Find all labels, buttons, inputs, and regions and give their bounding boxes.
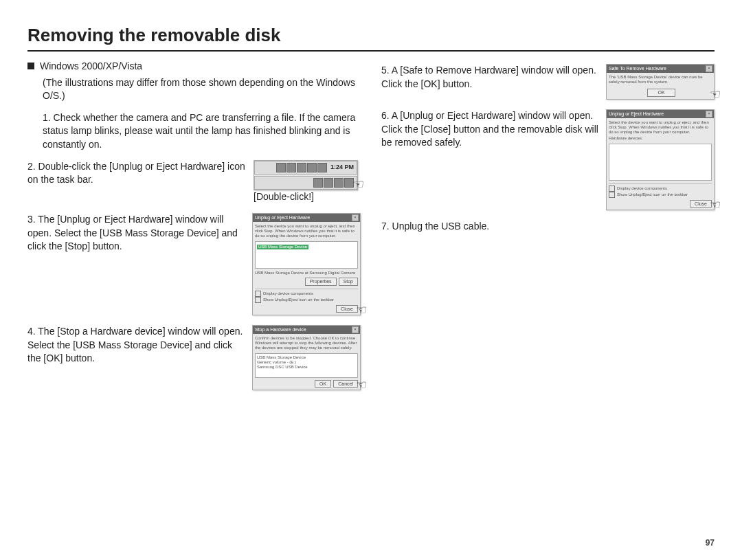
step-4: 4. The [Stop a Hardware device] window w… — [27, 325, 245, 366]
tray-icon — [276, 163, 286, 172]
device-item[interactable]: USB Mass Storage Device — [257, 355, 356, 360]
checkbox[interactable] — [609, 186, 615, 192]
dialog-safe-remove: Safe To Remove Hardware × The 'USB Mass … — [606, 64, 715, 100]
dialog-footer-text: USB Mass Storage Device at Samsung Digit… — [255, 271, 358, 276]
checkbox-label: Display device components — [263, 291, 313, 295]
tray-icon — [307, 163, 317, 172]
page-title: Removing the removable disk — [27, 25, 715, 52]
properties-button[interactable]: Properties — [305, 278, 337, 286]
taskbar-mock: 1:24 PM ☜ — [254, 160, 358, 190]
dialog-title: Unplug or Eject Hardware — [607, 110, 714, 118]
taskbar-caption: [Double-click!] — [254, 190, 361, 204]
close-icon[interactable]: × — [706, 65, 712, 72]
dialog-title: Stop a Hardware device — [253, 326, 360, 334]
device-item[interactable]: Samsung DSC USB Device — [257, 365, 356, 370]
close-icon[interactable]: × — [706, 111, 712, 117]
dialog-instructions: Select the device you want to unplug or … — [609, 120, 712, 135]
step-2: 2. Double-click the [Unplug or Eject Har… — [27, 160, 247, 187]
step-7: 7. Unplug the USB cable. — [381, 220, 715, 234]
left-column: Windows 2000/XP/Vista (The illustrations… — [27, 60, 361, 400]
taskbar-clock: 1:24 PM — [330, 163, 354, 172]
dialog-stop-hardware: Stop a Hardware device × Confirm devices… — [252, 325, 361, 390]
dialog-message: The 'USB Mass Storage Device' device can… — [609, 75, 712, 85]
right-column: 5. A [Safe to Remove Hardware] window wi… — [381, 60, 715, 400]
ok-button[interactable]: OK — [647, 89, 675, 97]
page-number: 97 — [706, 538, 715, 548]
hardware-devices-label: Hardware devices: — [609, 136, 712, 141]
dialog-title: Unplug or Eject Hardware — [253, 214, 360, 222]
close-button[interactable]: Close — [336, 305, 358, 313]
stop-button[interactable]: Stop — [339, 278, 358, 286]
checkbox-label: Show Unplug/Eject icon on the taskbar — [617, 192, 688, 197]
step-1: 1. Check whether the camera and PC are t… — [43, 111, 361, 152]
device-list-item[interactable]: USB Mass Storage Device — [257, 245, 308, 249]
ok-button[interactable]: OK — [315, 380, 331, 388]
platform-label: Windows 2000/XP/Vista — [40, 60, 142, 74]
dialog-instructions: Select the device you want to unplug or … — [255, 224, 358, 239]
device-item[interactable]: Generic volume - (E:) — [257, 360, 356, 365]
step-5: 5. A [Safe to Remove Hardware] window wi… — [381, 64, 599, 91]
platform-note: (The illustrations may differ from those… — [43, 76, 361, 103]
close-icon[interactable]: × — [352, 214, 359, 221]
tray-icon — [334, 178, 344, 188]
dialog-unplug-eject-final: Unplug or Eject Hardware × Select the de… — [606, 109, 715, 210]
checkbox[interactable] — [609, 192, 615, 198]
checkbox[interactable] — [255, 297, 261, 303]
step-6: 6. A [Unplug or Eject Hardware] window w… — [381, 109, 599, 150]
checkbox-label: Show Unplug/Eject icon on the taskbar — [263, 298, 334, 302]
close-button[interactable]: Close — [690, 200, 712, 208]
tray-icon — [324, 178, 333, 188]
tray-icon — [313, 178, 323, 188]
tray-icon — [297, 163, 306, 172]
dialog-title: Safe To Remove Hardware — [607, 65, 714, 73]
tray-icon — [344, 178, 354, 188]
dialog-unplug-eject: Unplug or Eject Hardware × Select the de… — [252, 213, 361, 315]
checkbox[interactable] — [255, 291, 261, 297]
step-3: 3. The [Unplug or Eject Hardware] window… — [27, 213, 245, 254]
cancel-button[interactable]: Cancel — [333, 380, 358, 388]
bullet-icon — [27, 63, 34, 69]
checkbox-label: Display device components — [617, 186, 667, 190]
dialog-instructions: Confirm devices to be stopped. Choose OK… — [255, 336, 358, 351]
tray-icon — [317, 163, 327, 172]
close-icon[interactable]: × — [352, 326, 359, 333]
tray-icon — [286, 163, 296, 172]
